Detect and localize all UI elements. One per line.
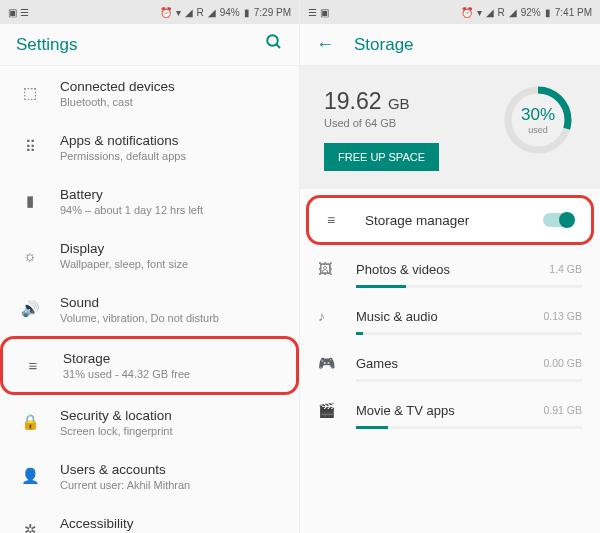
item-subtitle: Screen lock, fingerprint	[60, 425, 283, 437]
item-subtitle: Wallpaper, sleep, font size	[60, 258, 283, 270]
settings-item-sound[interactable]: 🔊 Sound Volume, vibration, Do not distur…	[0, 282, 299, 336]
settings-item-accessibility[interactable]: ✲ Accessibility Screen readers, display,…	[0, 503, 299, 533]
item-icon: 👤	[16, 467, 44, 485]
notif-icon: ☰	[308, 7, 317, 18]
svg-point-0	[267, 35, 278, 46]
item-icon: ▮	[16, 192, 44, 210]
alarm-icon: ⏰	[160, 7, 172, 18]
category-movie-tv-apps[interactable]: 🎬 Movie & TV apps 0.91 GB	[300, 392, 600, 424]
app-bar: Settings	[0, 24, 299, 66]
category-label: Games	[356, 356, 543, 371]
item-title: Users & accounts	[60, 462, 283, 477]
search-icon[interactable]	[265, 33, 283, 56]
item-icon: 🔊	[16, 300, 44, 318]
roaming-icon: R	[197, 7, 204, 18]
usage-donut: 30% used	[502, 84, 574, 156]
item-subtitle: Volume, vibration, Do not disturb	[60, 312, 283, 324]
back-icon[interactable]: ←	[316, 34, 334, 55]
clock: 7:41 PM	[555, 7, 592, 18]
signal-icon: ◢	[185, 7, 193, 18]
used-value: 19.62	[324, 88, 382, 114]
item-icon: ☼	[16, 247, 44, 264]
item-title: Apps & notifications	[60, 133, 283, 148]
item-subtitle: Current user: Akhil Mithran	[60, 479, 283, 491]
page-title: Settings	[16, 35, 265, 55]
notif-icon: ▣	[8, 7, 17, 18]
battery-percent: 92%	[521, 7, 541, 18]
used-unit: GB	[388, 95, 410, 112]
item-subtitle: 94% – about 1 day 12 hrs left	[60, 204, 283, 216]
wifi-icon: ▾	[176, 7, 181, 18]
storage-manager-label: Storage manager	[365, 213, 543, 228]
category-progress	[356, 285, 582, 288]
settings-item-battery[interactable]: ▮ Battery 94% – about 1 day 12 hrs left	[0, 174, 299, 228]
item-subtitle: Bluetooth, cast	[60, 96, 283, 108]
item-title: Battery	[60, 187, 283, 202]
storage-panel: ☰▣ ⏰ ▾ ◢ R ◢ 92% ▮ 7:41 PM ← Storage 19.…	[300, 0, 600, 533]
item-title: Storage	[63, 351, 280, 366]
category-icon: ♪	[318, 308, 342, 324]
category-progress	[356, 379, 582, 382]
item-icon: 🔒	[16, 413, 44, 431]
item-icon: ≡	[19, 357, 47, 374]
signal-icon: ◢	[509, 7, 517, 18]
settings-list: ⬚ Connected devices Bluetooth, cast ⠿ Ap…	[0, 66, 299, 533]
signal-icon: ◢	[486, 7, 494, 18]
settings-item-storage[interactable]: ≡ Storage 31% used - 44.32 GB free	[0, 336, 299, 395]
category-progress	[356, 332, 582, 335]
category-progress	[356, 426, 582, 429]
storage-manager-icon: ≡	[327, 212, 351, 228]
battery-icon: ▮	[545, 7, 551, 18]
category-size: 0.91 GB	[543, 404, 582, 416]
status-bar-left: ▣☰ ⏰ ▾ ◢ R ◢ 94% ▮ 7:29 PM	[0, 0, 299, 24]
app-bar: ← Storage	[300, 24, 600, 66]
settings-item-apps-notifications[interactable]: ⠿ Apps & notifications Permissions, defa…	[0, 120, 299, 174]
wifi-icon: ▾	[477, 7, 482, 18]
category-photos-videos[interactable]: 🖼 Photos & videos 1.4 GB	[300, 251, 600, 283]
category-label: Music & audio	[356, 309, 543, 324]
alarm-icon: ⏰	[461, 7, 473, 18]
storage-manager-toggle[interactable]	[543, 213, 573, 227]
battery-percent: 94%	[220, 7, 240, 18]
category-size: 1.4 GB	[549, 263, 582, 275]
roaming-icon: R	[498, 7, 505, 18]
category-size: 0.00 GB	[543, 357, 582, 369]
item-subtitle: 31% used - 44.32 GB free	[63, 368, 280, 380]
donut-label: used	[521, 125, 555, 135]
settings-item-users-accounts[interactable]: 👤 Users & accounts Current user: Akhil M…	[0, 449, 299, 503]
category-size: 0.13 GB	[543, 310, 582, 322]
signal-icon: ◢	[208, 7, 216, 18]
donut-percent: 30%	[521, 105, 555, 125]
settings-item-display[interactable]: ☼ Display Wallpaper, sleep, font size	[0, 228, 299, 282]
category-label: Photos & videos	[356, 262, 549, 277]
item-title: Display	[60, 241, 283, 256]
notif-icon: ☰	[20, 7, 29, 18]
item-icon: ✲	[16, 521, 44, 533]
item-subtitle: Permissions, default apps	[60, 150, 283, 162]
storage-manager-row[interactable]: ≡ Storage manager	[306, 195, 594, 245]
settings-panel: ▣☰ ⏰ ▾ ◢ R ◢ 94% ▮ 7:29 PM Settings ⬚ Co…	[0, 0, 300, 533]
battery-icon: ▮	[244, 7, 250, 18]
svg-line-1	[276, 44, 280, 48]
page-title: Storage	[354, 35, 414, 55]
free-up-space-button[interactable]: FREE UP SPACE	[324, 143, 439, 171]
category-icon: 🖼	[318, 261, 342, 277]
category-music-audio[interactable]: ♪ Music & audio 0.13 GB	[300, 298, 600, 330]
clock: 7:29 PM	[254, 7, 291, 18]
item-icon: ⬚	[16, 84, 44, 102]
item-title: Connected devices	[60, 79, 283, 94]
category-icon: 🎮	[318, 355, 342, 371]
item-icon: ⠿	[16, 138, 44, 156]
item-title: Sound	[60, 295, 283, 310]
item-title: Security & location	[60, 408, 283, 423]
storage-categories: 🖼 Photos & videos 1.4 GB♪ Music & audio …	[300, 251, 600, 429]
category-label: Movie & TV apps	[356, 403, 543, 418]
settings-item-security-location[interactable]: 🔒 Security & location Screen lock, finge…	[0, 395, 299, 449]
notif-icon: ▣	[320, 7, 329, 18]
item-title: Accessibility	[60, 516, 283, 531]
category-games[interactable]: 🎮 Games 0.00 GB	[300, 345, 600, 377]
category-icon: 🎬	[318, 402, 342, 418]
status-bar-right: ☰▣ ⏰ ▾ ◢ R ◢ 92% ▮ 7:41 PM	[300, 0, 600, 24]
storage-summary: 19.62 GB Used of 64 GB FREE UP SPACE 30%…	[300, 66, 600, 189]
settings-item-connected-devices[interactable]: ⬚ Connected devices Bluetooth, cast	[0, 66, 299, 120]
